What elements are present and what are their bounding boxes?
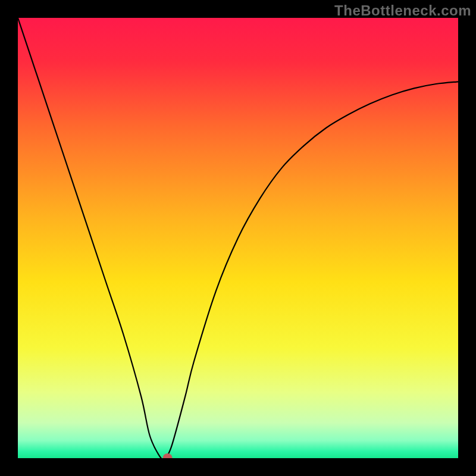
chart-svg [18, 18, 458, 458]
plot-area [18, 18, 458, 458]
watermark-text: TheBottleneck.com [334, 2, 471, 19]
chart-frame: TheBottleneck.com [0, 0, 476, 476]
